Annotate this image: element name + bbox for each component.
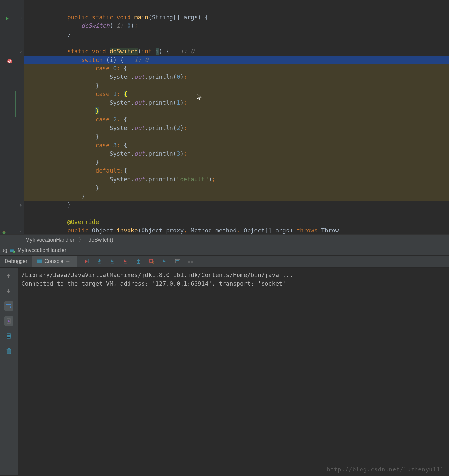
debugger-tab[interactable]: Debugger xyxy=(0,256,32,267)
code-line[interactable]: case 3: { xyxy=(24,141,449,149)
svg-rect-27 xyxy=(6,349,11,349)
code-line[interactable]: System.out.println(2); xyxy=(24,124,449,132)
svg-rect-3 xyxy=(10,249,14,250)
debug-prefix: ug xyxy=(1,247,7,253)
svg-rect-10 xyxy=(124,263,127,263)
code-line[interactable]: } xyxy=(24,107,449,115)
fold-marker[interactable]: ⊖ xyxy=(20,16,22,20)
breadcrumb-separator: 〉 xyxy=(79,236,84,243)
code-line[interactable]: case 0: { xyxy=(24,64,449,73)
show-execution-point-icon[interactable] xyxy=(83,258,90,265)
run-config-icon xyxy=(9,247,16,254)
svg-rect-11 xyxy=(137,263,140,264)
run-to-cursor-icon[interactable] xyxy=(161,258,168,265)
code-line[interactable] xyxy=(24,39,449,47)
code-line[interactable]: } xyxy=(24,201,449,209)
breadcrumb-method[interactable]: doSwitch() xyxy=(88,237,113,243)
clear-all-icon[interactable] xyxy=(4,346,13,356)
svg-rect-18 xyxy=(188,262,190,263)
step-over-icon[interactable] xyxy=(96,258,103,265)
breakpoint-icon[interactable] xyxy=(7,58,12,63)
code-line[interactable]: switch (i) { i: 0 xyxy=(24,56,449,64)
console-line: /Library/Java/JavaVirtualMachines/jdk1.8… xyxy=(21,272,293,278)
svg-rect-9 xyxy=(111,263,114,263)
console-tab-label: Console xyxy=(44,259,63,264)
code-line[interactable] xyxy=(24,209,449,217)
breadcrumb: MyInvocationHandler 〉 doSwitch() xyxy=(0,234,449,245)
console-pin-indicator: →" xyxy=(65,259,73,264)
debugger-tab-label: Debugger xyxy=(5,259,27,264)
svg-rect-17 xyxy=(188,261,190,262)
watermark-text: http://blog.csdn.net/luzhenyu111 xyxy=(327,466,444,473)
console-line: Connected to the target VM, address: '12… xyxy=(21,280,286,287)
scroll-down-icon[interactable] xyxy=(4,287,13,296)
code-line[interactable]: } xyxy=(24,184,449,192)
code-line[interactable]: System.out.println(1); xyxy=(24,98,449,107)
code-line[interactable]: } xyxy=(24,81,449,90)
run-gutter-icon[interactable] xyxy=(5,16,10,21)
scroll-to-end-icon[interactable] xyxy=(4,316,13,326)
svg-rect-25 xyxy=(7,337,10,338)
code-line[interactable]: @Override xyxy=(24,218,449,226)
code-editor[interactable]: public static void main(String[] args) {… xyxy=(24,0,449,234)
svg-rect-7 xyxy=(88,259,89,263)
evaluate-expression-icon[interactable] xyxy=(174,258,181,265)
run-config-name[interactable]: MyInvocationHandler xyxy=(18,247,66,253)
editor-gutter: ⊖ ⊖ ⊖ ⊖ xyxy=(0,0,24,234)
drop-frame-icon[interactable] xyxy=(148,258,155,265)
console-area: /Library/Java/JavaVirtualMachines/jdk1.8… xyxy=(0,268,449,475)
code-line[interactable]: System.out.println(0); xyxy=(24,73,449,81)
scroll-up-icon[interactable] xyxy=(4,272,13,281)
svg-rect-6 xyxy=(37,259,42,260)
svg-rect-19 xyxy=(191,260,193,260)
debug-toolbar: Debugger Console →" xyxy=(0,255,449,268)
svg-point-0 xyxy=(7,59,12,63)
svg-rect-13 xyxy=(166,259,166,263)
code-line[interactable]: public static void main(String[] args) { xyxy=(24,13,449,21)
fold-marker[interactable]: ⊖ xyxy=(20,203,22,208)
code-line[interactable]: System.out.println(3); xyxy=(24,149,449,158)
editor-area: ⊖ ⊖ ⊖ ⊖ public static void main(String[]… xyxy=(0,0,449,234)
trace-current-stream-icon[interactable] xyxy=(187,258,194,265)
code-line[interactable]: System.out.println("default"); xyxy=(24,175,449,184)
code-line[interactable]: } xyxy=(24,158,449,166)
fold-marker[interactable]: ⊖ xyxy=(20,229,22,233)
debug-tool-window-header: ug MyInvocationHandler xyxy=(0,245,449,255)
svg-rect-8 xyxy=(98,263,101,263)
code-line[interactable]: } xyxy=(24,133,449,141)
code-line[interactable]: } xyxy=(24,192,449,201)
svg-rect-14 xyxy=(175,259,180,263)
step-out-icon[interactable] xyxy=(135,258,142,265)
svg-rect-21 xyxy=(191,262,193,263)
console-sidebar xyxy=(0,268,18,475)
code-line[interactable]: public Object invoke(Object proxy, Metho… xyxy=(24,226,449,234)
svg-rect-28 xyxy=(8,348,10,349)
step-into-icon[interactable] xyxy=(109,258,116,265)
console-output[interactable]: /Library/Java/JavaVirtualMachines/jdk1.8… xyxy=(18,268,449,475)
soft-wrap-icon[interactable] xyxy=(4,301,13,311)
svg-point-4 xyxy=(13,251,15,253)
fold-marker[interactable]: ⊖ xyxy=(20,49,22,54)
force-step-into-icon[interactable] xyxy=(122,258,129,265)
console-tab[interactable]: Console →" xyxy=(32,256,77,267)
code-line[interactable]: case 1: { xyxy=(24,90,449,98)
svg-rect-20 xyxy=(191,261,193,262)
svg-rect-15 xyxy=(176,260,179,261)
breadcrumb-class[interactable]: MyInvocationHandler xyxy=(25,237,74,243)
svg-rect-16 xyxy=(188,260,190,260)
code-line[interactable]: } xyxy=(24,30,449,38)
print-icon[interactable] xyxy=(4,331,13,341)
code-line[interactable]: doSwitch( i: 0); xyxy=(24,21,449,30)
override-gutter-icon[interactable] xyxy=(2,229,7,234)
console-icon xyxy=(37,259,42,264)
code-line[interactable]: default:{ xyxy=(24,166,449,175)
code-line[interactable]: static void doSwitch(int i) { i: 0 xyxy=(24,47,449,56)
vcs-change-marker xyxy=(15,91,16,117)
code-line[interactable]: case 2: { xyxy=(24,115,449,124)
